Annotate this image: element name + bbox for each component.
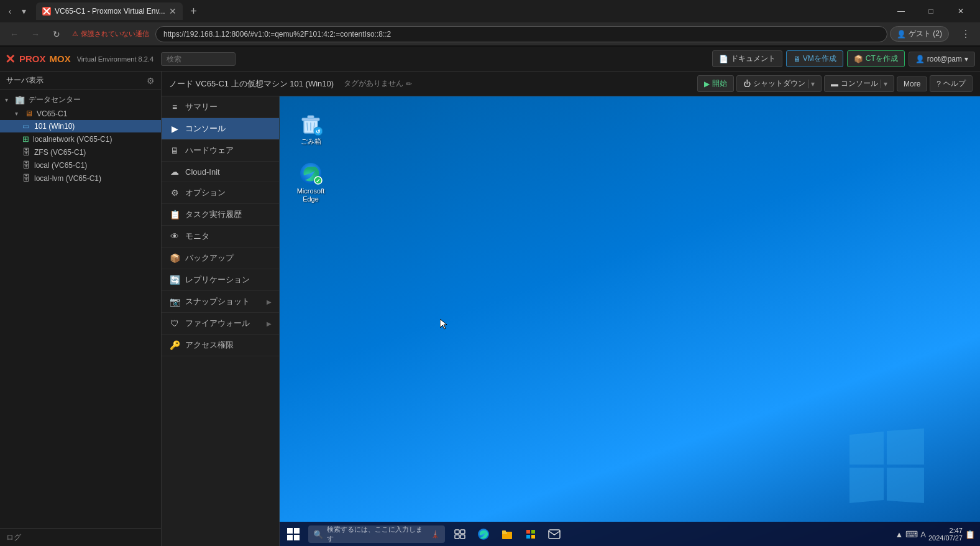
sidebar-log[interactable]: ログ (0, 528, 161, 546)
recycle-bin-icon[interactable]: ↺ ごみ箱 (289, 109, 332, 148)
shutdown-button[interactable]: ⏻ シャットダウン ▾ (736, 75, 822, 92)
summary-label: サマリー (185, 101, 218, 113)
recycle-bin-image: ↺ (298, 111, 323, 136)
tab-close-btn[interactable]: ✕ (169, 6, 176, 16)
microsoft-edge-icon[interactable]: ✓ Microsoft Edge (289, 159, 332, 206)
options-label: オプション (185, 187, 226, 198)
nav-item-options[interactable]: ⚙ オプション (162, 182, 279, 204)
nav-item-replication[interactable]: 🔄 レプリケーション (162, 269, 279, 291)
taskbar-task-view[interactable] (449, 523, 471, 545)
svg-rect-27 (531, 530, 535, 534)
taskbar-mail-btn[interactable] (543, 523, 566, 545)
options-icon: ⚙ (169, 188, 180, 198)
svg-rect-3 (302, 118, 319, 121)
reload-btn[interactable]: ↻ (47, 25, 66, 44)
content-area: ≡ サマリー ▶ コンソール 🖥 ハードウェア ☁ Cloud-Init (162, 96, 980, 546)
right-panel: ノード VC65-C1 上の仮想マシン 101 (Win10) タグがありません… (162, 72, 980, 546)
node-icon: 🖥 (25, 109, 33, 118)
taskbar-search[interactable]: 🔍 検索するには、ここに入力します 🗼 (308, 525, 445, 543)
svg-rect-28 (526, 535, 530, 539)
tag-edit-icon[interactable]: ✏ (406, 80, 412, 88)
sidebar-item-localnetwork[interactable]: ⊞ localnetwork (VC65-C1) (0, 132, 161, 146)
console-button[interactable]: ▬ コンソール ▾ (824, 75, 894, 92)
taskbar-store-btn[interactable] (520, 523, 542, 545)
nav-item-monitor[interactable]: 👁 モニタ (162, 226, 279, 248)
console-label: コンソール (185, 123, 226, 134)
locallvm-label: local-lvm (VC65-C1) (34, 174, 101, 183)
sidebar-item-datacenter[interactable]: ▾ 🏢 データセンター (0, 93, 161, 107)
proxmox-toolbar: ✕ PROXMOX Virtual Environment 8.2.4 📄 ドキ… (0, 47, 980, 72)
vm-tag-area: タグがありません ✏ (344, 78, 412, 89)
help-button[interactable]: ? ヘルプ (930, 75, 973, 92)
tab-title: VC65-C1 - Proxmox Virtual Env... (55, 7, 165, 16)
console-nav-icon: ▶ (169, 124, 180, 134)
notification-icon[interactable]: 📋 (965, 530, 975, 539)
sidebar-item-zfs[interactable]: 🗄 ZFS (VC65-C1) (0, 146, 161, 159)
minimize-btn[interactable]: — (887, 0, 915, 22)
show-hidden-icon[interactable]: ▲ (895, 530, 903, 539)
address-bar[interactable]: https://192.168.1.12:8006/#v1:0:=qemu%2F… (155, 26, 887, 42)
sidebar: サーバ表示 ⚙ ▾ 🏢 データセンター ▾ 🖥 VC65-C1 ▭ (0, 72, 162, 546)
mouse-cursor (440, 319, 447, 330)
start-button[interactable]: ▶ 開始 (697, 75, 734, 92)
active-tab[interactable]: VC65-C1 - Proxmox Virtual Env... ✕ (36, 2, 183, 20)
ime-icon[interactable]: A (920, 530, 926, 539)
sidebar-item-local[interactable]: 🗄 local (VC65-C1) (0, 159, 161, 172)
taskbar-edge-btn[interactable] (472, 523, 495, 545)
person-icon: 👤 (897, 30, 906, 39)
user-button[interactable]: 👤 root@pam ▾ (909, 52, 975, 67)
taskbar-explorer-btn[interactable] (496, 523, 518, 545)
maximize-btn[interactable]: □ (917, 0, 945, 22)
browser-menu-btn[interactable]: ⋮ (956, 25, 975, 44)
nav-item-taskhistory[interactable]: 📋 タスク実行履歴 (162, 204, 279, 226)
close-btn[interactable]: ✕ (946, 0, 975, 22)
create-vm-button[interactable]: 🖥 VMを作成 (786, 50, 843, 67)
sidebar-item-locallvm[interactable]: 🗄 local-lvm (VC65-C1) (0, 172, 161, 185)
nav-item-access[interactable]: 🔑 アクセス権限 (162, 335, 279, 356)
console-dropdown-icon[interactable]: ▾ (881, 80, 887, 88)
tab-favicon (42, 7, 51, 16)
gear-icon[interactable]: ⚙ (147, 76, 155, 86)
tab-back-btn[interactable]: ‹ (5, 6, 15, 16)
docs-icon: 📄 (719, 55, 728, 63)
nav-item-snapshots[interactable]: 📷 スナップショット ▶ (162, 291, 279, 313)
svg-line-5 (307, 123, 308, 131)
start-menu-btn[interactable] (282, 523, 305, 545)
svg-rect-20 (455, 535, 459, 539)
sidebar-item-vc65c1[interactable]: ▾ 🖥 VC65-C1 (0, 107, 161, 120)
console-area[interactable]: ↺ ごみ箱 (280, 96, 980, 546)
user-icon: 👤 (915, 55, 925, 63)
shutdown-dropdown-icon[interactable]: ▾ (808, 80, 815, 88)
toggle-icon: ▾ (15, 110, 22, 117)
back-btn[interactable]: ← (5, 25, 24, 44)
guest-button[interactable]: 👤 ゲスト (2) (890, 26, 949, 42)
forward-btn[interactable]: → (26, 25, 45, 44)
zfs-label: ZFS (VC65-C1) (34, 148, 86, 157)
svg-rect-25 (502, 530, 506, 532)
search-input[interactable] (161, 52, 236, 66)
logo-ve: Virtual Environment 8.2.4 (77, 55, 153, 63)
taskbar-clock[interactable]: 2:47 2024/07/27 (928, 527, 963, 542)
nav-item-cloudinit[interactable]: ☁ Cloud-Init (162, 162, 279, 182)
nav-item-console[interactable]: ▶ コンソール (162, 118, 279, 140)
nav-item-backup[interactable]: 📦 バックアップ (162, 248, 279, 269)
keyboard-icon[interactable]: ⌨ (905, 529, 918, 539)
new-tab-button[interactable]: + (185, 2, 203, 20)
browser-chrome: ‹ ▾ VC65-C1 - Proxmox Virtual Env... ✕ +… (0, 0, 980, 47)
play-icon: ▶ (704, 80, 710, 88)
create-ct-button[interactable]: 📦 CTを作成 (847, 50, 905, 67)
windows-desktop: ↺ ごみ箱 (280, 96, 980, 546)
main-content: サーバ表示 ⚙ ▾ 🏢 データセンター ▾ 🖥 VC65-C1 ▭ (0, 72, 980, 546)
tab-list-btn[interactable]: ▾ (19, 6, 29, 16)
nav-item-firewall[interactable]: 🛡 ファイアウォール ▶ (162, 313, 279, 335)
sidebar-item-vm101[interactable]: ▭ 101 (Win10) (0, 120, 161, 132)
taskbar-search-decoration: 🗼 (431, 530, 440, 539)
svg-rect-19 (460, 530, 465, 534)
docs-button[interactable]: 📄 ドキュメント (712, 50, 782, 67)
more-button[interactable]: More (897, 76, 927, 91)
firewall-label: ファイアウォール (185, 318, 250, 329)
vm-header: ノード VC65-C1 上の仮想マシン 101 (Win10) タグがありません… (162, 72, 980, 96)
nav-item-summary[interactable]: ≡ サマリー (162, 96, 279, 118)
vm-icon: 🖥 (793, 55, 800, 63)
nav-item-hardware[interactable]: 🖥 ハードウェア (162, 140, 279, 162)
